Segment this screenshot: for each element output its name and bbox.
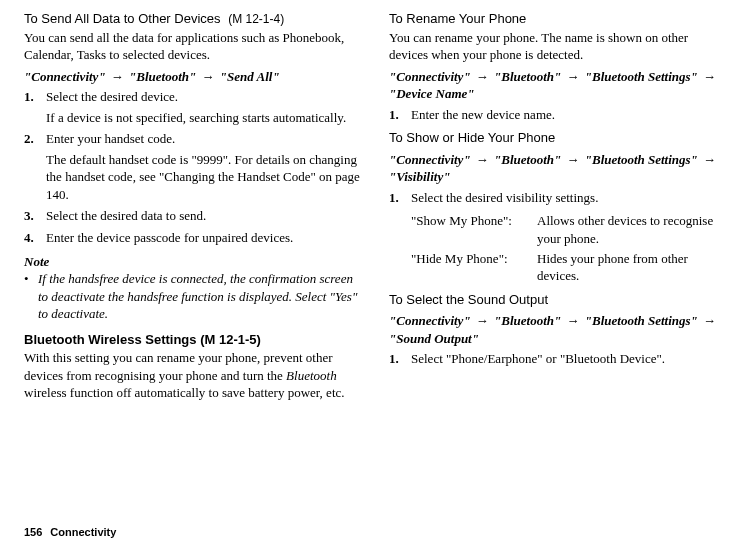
menu-code: (M 12-1-5) [200,332,261,347]
step-list: 1. Select "Phone/Earphone" or "Bluetooth… [389,350,730,368]
step-number: 2. [24,130,34,148]
step-text: Enter your handset code. [46,131,175,146]
step-item: 2. Enter your handset code. The default … [24,130,365,203]
note-text: If the handsfree device is connected, th… [38,271,357,321]
arrow-icon: → [471,152,495,167]
footer-section: Connectivity [50,526,116,538]
option-table: "Show My Phone": Allows other devices to… [411,212,730,284]
bullet-icon: • [24,270,29,288]
option-desc: Hides your phone from other devices. [537,250,730,285]
option-desc: Allows other devices to recognise your p… [537,212,730,247]
step-text: Enter the new device name. [411,107,555,122]
section-heading-sound: To Select the Sound Output [389,291,730,309]
step-number: 4. [24,229,34,247]
arrow-icon: → [698,313,718,328]
left-column: To Send All Data to Other Devices (M 12-… [24,8,365,406]
arrow-icon: → [106,69,130,84]
step-item: 1. Select "Phone/Earphone" or "Bluetooth… [389,350,730,368]
section-heading-visibility: To Show or Hide Your Phone [389,129,730,147]
arrow-icon: → [471,69,495,84]
text-italic: Bluetooth [286,368,337,383]
step-item: 3. Select the desired data to send. [24,207,365,225]
nav-path: "Connectivity" → "Bluetooth" → "Send All… [24,68,365,86]
heading-text: To Show or Hide Your Phone [389,130,555,145]
arrow-icon: → [471,313,495,328]
arrow-icon: → [561,69,585,84]
menu-code: (M 12-1-4) [228,12,284,26]
step-subtext: The default handset code is "9999". For … [46,151,365,204]
section-heading-bt-settings: Bluetooth Wireless Settings (M 12-1-5) [24,331,365,349]
note-heading: Note [24,253,365,271]
arrow-icon: → [698,152,718,167]
step-item: 1. Enter the new device name. [389,106,730,124]
step-number: 1. [389,189,399,207]
step-number: 1. [24,88,34,106]
step-subtext: If a device is not specified, searching … [46,109,365,127]
section-heading-send-all: To Send All Data to Other Devices (M 12-… [24,10,365,28]
arrow-icon: → [561,152,585,167]
note-item: • If the handsfree device is connected, … [24,270,365,323]
nav-path: "Connectivity" → "Bluetooth" → "Bluetoot… [389,312,730,347]
heading-text: Bluetooth Wireless Settings [24,332,197,347]
page-footer: 156Connectivity [24,525,116,540]
step-list: 1. Enter the new device name. [389,106,730,124]
step-text: Select the desired data to send. [46,208,206,223]
step-number: 3. [24,207,34,225]
arrow-icon: → [561,313,585,328]
step-item: 1. Select the desired visibility setting… [389,189,730,207]
step-text: Select the desired visibility settings. [411,190,598,205]
step-text: Select "Phone/Earphone" or "Bluetooth De… [411,351,665,366]
heading-text: To Select the Sound Output [389,292,548,307]
page-number: 156 [24,526,42,538]
step-text: Select the desired device. [46,89,178,104]
text-part: wireless function off automatically to s… [24,385,345,400]
intro-paragraph: With this setting you can rename your ph… [24,349,365,402]
step-item: 1. Select the desired device. If a devic… [24,88,365,126]
section-heading-rename: To Rename Your Phone [389,10,730,28]
arrow-icon: → [698,69,718,84]
step-number: 1. [389,106,399,124]
step-list: 1. Select the desired device. If a devic… [24,88,365,246]
intro-paragraph: You can rename your phone. The name is s… [389,29,730,64]
step-number: 1. [389,350,399,368]
nav-path: "Connectivity" → "Bluetooth" → "Bluetoot… [389,151,730,186]
step-list: 1. Select the desired visibility setting… [389,189,730,207]
intro-paragraph: You can send all the data for applicatio… [24,29,365,64]
heading-text: To Send All Data to Other Devices [24,11,221,26]
step-text: Enter the device passcode for unpaired d… [46,230,293,245]
arrow-icon: → [196,69,220,84]
option-label: "Show My Phone": [411,212,529,247]
heading-text: To Rename Your Phone [389,11,526,26]
right-column: To Rename Your Phone You can rename your… [389,8,730,406]
option-label: "Hide My Phone": [411,250,529,285]
step-item: 4. Enter the device passcode for unpaire… [24,229,365,247]
nav-path: "Connectivity" → "Bluetooth" → "Bluetoot… [389,68,730,103]
